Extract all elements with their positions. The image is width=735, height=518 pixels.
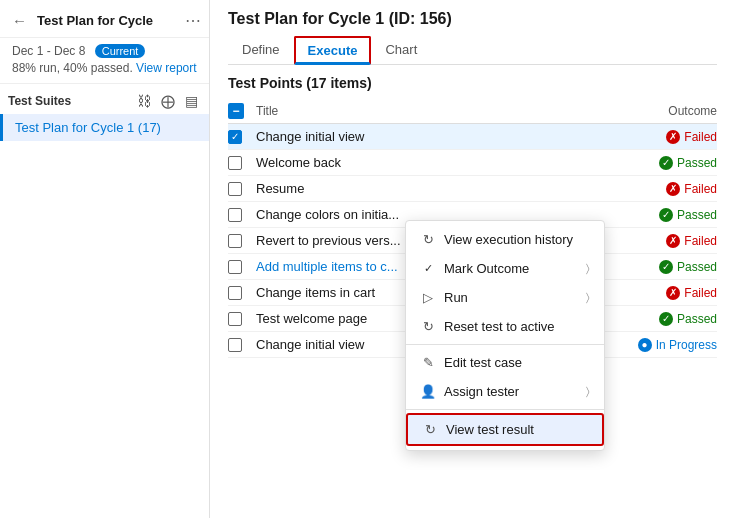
row-checkbox-0[interactable]	[228, 130, 256, 144]
checkbox-unchecked[interactable]	[228, 312, 242, 326]
row-outcome-4: ✗ Failed	[617, 234, 717, 248]
row-checkbox-3[interactable]	[228, 208, 256, 222]
outcome-icon-passed: ✓	[659, 156, 673, 170]
row-outcome-0: ✗ Failed	[617, 130, 717, 144]
menu-label-edit-test-case: Edit test case	[444, 355, 590, 370]
sidebar-section-icons: ⛓ ⨁ ▤	[134, 92, 201, 110]
sidebar-stats: 88% run, 40% passed. View report	[12, 61, 197, 75]
edit-icon: ✎	[420, 355, 436, 370]
row-outcome-7: ✓ Passed	[617, 312, 717, 326]
checkbox-unchecked[interactable]	[228, 156, 242, 170]
outcome-icon-failed: ✗	[666, 286, 680, 300]
row-outcome-2: ✗ Failed	[617, 182, 717, 196]
menu-item-view-test-result[interactable]: ↻ View test result	[406, 413, 604, 446]
menu-item-assign-tester[interactable]: 👤 Assign tester 〉	[406, 377, 604, 406]
sidebar-dates: Dec 1 - Dec 8 Current	[12, 44, 197, 58]
outcome-icon-passed: ✓	[659, 260, 673, 274]
row-outcome-5: ✓ Passed	[617, 260, 717, 274]
view-report-link[interactable]: View report	[136, 61, 196, 75]
arrow-icon: 〉	[586, 262, 590, 275]
view-result-icon: ↻	[422, 422, 438, 437]
row-checkbox-5[interactable]	[228, 260, 256, 274]
row-checkbox-4[interactable]	[228, 234, 256, 248]
sidebar-title: Test Plan for Cycle	[37, 13, 179, 28]
table-row: Welcome back ✓ Passed	[228, 150, 717, 176]
outcome-icon-failed: ✗	[666, 130, 680, 144]
row-checkbox-6[interactable]	[228, 286, 256, 300]
sidebar-header: ← Test Plan for Cycle ⋯	[0, 0, 209, 38]
menu-divider	[406, 344, 604, 345]
menu-label-assign-tester: Assign tester	[444, 384, 578, 399]
menu-item-view-execution-history[interactable]: ↻ View execution history	[406, 225, 604, 254]
menu-label-view-test-result: View test result	[446, 422, 588, 437]
menu-item-edit-test-case[interactable]: ✎ Edit test case	[406, 348, 604, 377]
main-header: Test Plan for Cycle 1 (ID: 156) Define E…	[210, 0, 735, 65]
checkbox-unchecked[interactable]	[228, 260, 242, 274]
menu-label-reset-test: Reset test to active	[444, 319, 590, 334]
outcome-icon-failed: ✗	[666, 182, 680, 196]
header-checkbox-area: −	[228, 103, 256, 119]
sidebar-icon-add[interactable]: ⨁	[158, 92, 178, 110]
checkbox-unchecked[interactable]	[228, 182, 242, 196]
row-title-1: Welcome back	[256, 155, 617, 170]
row-checkbox-7[interactable]	[228, 312, 256, 326]
check-icon: ✓	[420, 262, 436, 275]
outcome-icon-passed: ✓	[659, 208, 673, 222]
sidebar-icon-collapse[interactable]: ▤	[182, 92, 201, 110]
checkbox-unchecked[interactable]	[228, 286, 242, 300]
row-outcome-1: ✓ Passed	[617, 156, 717, 170]
outcome-icon-failed: ✗	[666, 234, 680, 248]
context-menu: ↻ View execution history ✓ Mark Outcome …	[405, 220, 605, 451]
row-outcome-8: ● In Progress	[617, 338, 717, 352]
tab-bar: Define Execute Chart	[228, 36, 717, 65]
history-icon: ↻	[420, 232, 436, 247]
tab-execute[interactable]: Execute	[294, 36, 372, 65]
menu-item-reset-test[interactable]: ↻ Reset test to active	[406, 312, 604, 341]
outcome-icon-inprogress: ●	[638, 338, 652, 352]
header-checkbox-minus[interactable]: −	[228, 103, 244, 119]
run-icon: ▷	[420, 290, 436, 305]
tab-define[interactable]: Define	[228, 36, 294, 65]
table-header: − Title Outcome	[228, 99, 717, 124]
section-title: Test Points (17 items)	[228, 75, 717, 91]
row-outcome-3: ✓ Passed	[617, 208, 717, 222]
row-checkbox-2[interactable]	[228, 182, 256, 196]
table-row: Change initial view ✗ Failed	[228, 124, 717, 150]
arrow-icon: 〉	[586, 385, 590, 398]
checkbox-checked[interactable]	[228, 130, 242, 144]
menu-label-mark-outcome: Mark Outcome	[444, 261, 578, 276]
col-outcome-header: Outcome	[617, 104, 717, 118]
content-area: Test Points (17 items) − Title Outcome C…	[210, 65, 735, 518]
table-row: Resume ✗ Failed	[228, 176, 717, 202]
test-suites-label: Test Suites	[8, 94, 128, 108]
checkbox-unchecked[interactable]	[228, 338, 242, 352]
person-icon: 👤	[420, 384, 436, 399]
reset-icon: ↻	[420, 319, 436, 334]
row-checkbox-8[interactable]	[228, 338, 256, 352]
checkbox-unchecked[interactable]	[228, 208, 242, 222]
back-button[interactable]: ←	[8, 10, 31, 31]
outcome-icon-passed: ✓	[659, 312, 673, 326]
sidebar: ← Test Plan for Cycle ⋯ Dec 1 - Dec 8 Cu…	[0, 0, 210, 518]
tab-chart[interactable]: Chart	[371, 36, 431, 65]
main-title: Test Plan for Cycle 1 (ID: 156)	[228, 10, 717, 28]
current-badge: Current	[95, 44, 146, 58]
row-checkbox-1[interactable]	[228, 156, 256, 170]
row-title-2: Resume	[256, 181, 617, 196]
sidebar-section-header: Test Suites ⛓ ⨁ ▤	[0, 84, 209, 114]
main-content: Test Plan for Cycle 1 (ID: 156) Define E…	[210, 0, 735, 518]
arrow-icon: 〉	[586, 291, 590, 304]
menu-divider	[406, 409, 604, 410]
menu-label-view-execution-history: View execution history	[444, 232, 590, 247]
sidebar-menu-button[interactable]: ⋯	[185, 11, 201, 30]
sidebar-item-active[interactable]: Test Plan for Cycle 1 (17)	[0, 114, 209, 141]
row-title-0: Change initial view	[256, 129, 617, 144]
menu-item-run[interactable]: ▷ Run 〉	[406, 283, 604, 312]
checkbox-unchecked[interactable]	[228, 234, 242, 248]
sidebar-icon-connect[interactable]: ⛓	[134, 92, 154, 110]
menu-item-mark-outcome[interactable]: ✓ Mark Outcome 〉	[406, 254, 604, 283]
row-outcome-6: ✗ Failed	[617, 286, 717, 300]
sidebar-meta: Dec 1 - Dec 8 Current 88% run, 40% passe…	[0, 38, 209, 84]
menu-label-run: Run	[444, 290, 578, 305]
col-title-header: Title	[256, 104, 617, 118]
